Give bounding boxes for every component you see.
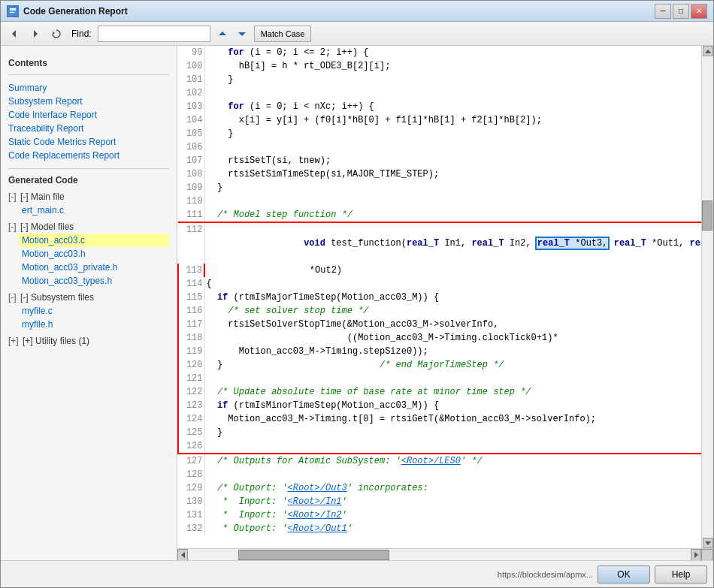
scroll-thumb[interactable] <box>702 201 712 231</box>
line-number: 132 <box>178 522 204 535</box>
scroll-up-button[interactable] <box>703 46 713 56</box>
main-files-list: ert_main.c <box>19 204 169 217</box>
file-motion-private-h[interactable]: Motion_acc03_private.h <box>19 261 169 274</box>
ok-button[interactable]: OK <box>598 565 650 583</box>
svg-rect-3 <box>10 12 14 13</box>
sidebar-link-static-metrics[interactable]: Static Code Metrics Report <box>8 135 169 149</box>
code-scroll[interactable]: 99 for (i = 0; i <= 2; i++) { 100 hB[i] … <box>177 46 701 548</box>
table-row: 117 rtsiSetSolverStopTime(&Motion_acc03_… <box>178 318 701 331</box>
sidebar-link-code-interface[interactable]: Code Interface Report <box>8 108 169 122</box>
line-number: 129 <box>178 481 204 495</box>
code-line-112: void test_function(real_T In1, real_T In… <box>204 222 701 264</box>
generated-code-title: Generated Code <box>8 175 169 185</box>
model-files-section: [-] [-] Model files <box>8 220 169 234</box>
forward-button[interactable] <box>26 25 44 43</box>
vertical-scrollbar[interactable] <box>701 46 713 548</box>
line-number: 108 <box>178 167 204 181</box>
code-line: if (rtmIsMinorTimeStep(Motion_acc03_M)) … <box>204 399 701 412</box>
file-motion-types-h[interactable]: Motion_acc03_types.h <box>19 274 169 288</box>
sidebar-link-subsystem[interactable]: Subsystem Report <box>8 95 169 108</box>
code-line: /* Model step function */ <box>204 208 701 222</box>
refresh-button[interactable] <box>47 25 65 43</box>
help-button[interactable]: Help <box>655 565 707 583</box>
svg-marker-4 <box>12 30 16 38</box>
code-line: * Inport: '<Root>/In2' <box>204 508 701 522</box>
sidebar-link-summary[interactable]: Summary <box>8 81 169 95</box>
svg-marker-7 <box>219 32 226 35</box>
match-case-button[interactable]: Match Case <box>254 26 312 42</box>
table-row: 131 * Inport: '<Root>/In2' <box>178 508 701 522</box>
file-motion-h[interactable]: Motion_acc03.h <box>19 247 169 261</box>
table-row: 104 x[i] = y[i] + (f0[i]*hB[0] + f1[i]*h… <box>178 113 701 127</box>
utility-files-toggle: [+] <box>8 336 19 346</box>
h-scroll-thumb[interactable] <box>238 550 389 560</box>
code-line: for (i = 0; i <= 2; i++) { <box>204 46 701 59</box>
find-input[interactable] <box>98 26 210 42</box>
table-row: 125 } <box>178 426 701 439</box>
code-line <box>204 372 701 385</box>
file-myfile-c[interactable]: myfile.c <box>19 304 169 318</box>
code-line: { <box>204 277 701 291</box>
line-number: 117 <box>178 318 204 331</box>
find-next-button[interactable] <box>233 25 251 43</box>
footer: https://blockdesim/apmx... OK Help <box>1 560 713 587</box>
file-myfile-h[interactable]: myfile.h <box>19 318 169 331</box>
line-number: 123 <box>178 399 204 412</box>
minimize-button[interactable]: ─ <box>655 4 671 19</box>
back-button[interactable] <box>5 25 23 43</box>
line-number: 121 <box>178 372 204 385</box>
table-row: 107 rtsiSetT(si, tnew); <box>178 154 701 167</box>
line-number: 130 <box>178 495 204 508</box>
subsystem-files-label: [-] Subsystem files <box>20 292 94 303</box>
table-row: 108 rtsiSetSimTimeStep(si,MAJOR_TIME_STE… <box>178 167 701 181</box>
file-motion-c[interactable]: Motion_acc03.c <box>19 234 169 247</box>
model-files-label: [-] Model files <box>20 222 74 232</box>
table-row: 122 /* Update absolute time of base rate… <box>178 385 701 399</box>
svg-marker-9 <box>705 50 711 53</box>
file-ert-main[interactable]: ert_main.c <box>19 204 169 217</box>
scroll-down-button[interactable] <box>703 538 713 548</box>
sidebar-link-traceability[interactable]: Traceability Report <box>8 122 169 135</box>
table-row: 111 /* Model step function */ <box>178 208 701 222</box>
line-number: 124 <box>178 412 204 426</box>
code-line: hB[i] = h * rt_ODE3_B[2][i]; <box>204 59 701 73</box>
sidebar-divider-2 <box>8 168 169 169</box>
code-line <box>204 468 701 481</box>
maximize-button[interactable]: □ <box>673 4 689 19</box>
code-line: rtsiSetT(si, tnew); <box>204 154 701 167</box>
code-line: } /* end MajorTimeStep */ <box>204 358 701 372</box>
title-bar: Code Generation Report ─ □ ✕ <box>1 1 713 22</box>
main-file-section: [-] [-] Main file <box>8 190 169 204</box>
code-line: rtsiSetSolverStopTime(&Motion_acc03_M->s… <box>204 318 701 331</box>
table-row: 102 <box>178 86 701 100</box>
main-file-toggle: [-] <box>8 191 17 202</box>
code-line: } <box>204 426 701 439</box>
code-line <box>204 439 701 454</box>
table-row: 129 /* Outport: '<Root>/Out3' incorporat… <box>178 481 701 495</box>
line-number: 112 <box>178 222 204 264</box>
find-arrows <box>213 25 251 43</box>
line-number: 125 <box>178 426 204 439</box>
code-line: rtsiSetSimTimeStep(si,MAJOR_TIME_STEP); <box>204 167 701 181</box>
line-number: 100 <box>178 59 204 73</box>
close-button[interactable]: ✕ <box>691 4 707 19</box>
code-line: Motion_acc03_M->Timing.t[0] = rtsiGetT(&… <box>204 412 701 426</box>
code-line: *Out2) <box>204 264 701 277</box>
subsystem-files-list: myfile.c myfile.h <box>19 304 169 331</box>
table-row: 110 <box>178 194 701 208</box>
line-number: 101 <box>178 73 204 86</box>
table-row: 101 } <box>178 73 701 86</box>
code-line <box>204 86 701 100</box>
scroll-left-button[interactable] <box>177 549 188 560</box>
code-line: ((Motion_acc03_M->Timing.clockTick0+1)* <box>204 331 701 345</box>
main-file-label: [-] Main file <box>20 191 65 202</box>
svg-rect-1 <box>10 8 16 10</box>
table-row: 130 * Inport: '<Root>/In1' <box>178 495 701 508</box>
svg-marker-10 <box>705 541 711 545</box>
model-files-list: Motion_acc03.c Motion_acc03.h Motion_acc… <box>19 234 169 288</box>
scroll-right-button[interactable] <box>691 549 701 560</box>
sidebar-link-code-replacements[interactable]: Code Replacements Report <box>8 149 169 162</box>
find-prev-button[interactable] <box>213 25 231 43</box>
code-line: /* Outputs for Atomic SubSystem: '<Root>… <box>204 454 701 468</box>
utility-files-section[interactable]: [+] [+] Utility files (1) <box>8 334 169 348</box>
